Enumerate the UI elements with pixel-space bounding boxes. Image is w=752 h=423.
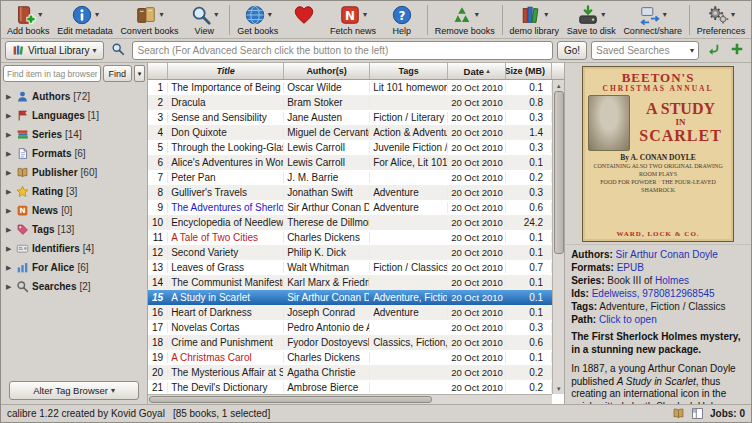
sidebar-item-formats[interactable]: ▶Formats[6]: [1, 144, 147, 163]
column-header-tags[interactable]: Tags: [370, 63, 448, 79]
table-row[interactable]: 11A Tale of Two CitiesCharles Dickens20 …: [148, 230, 552, 245]
metadata-field-value[interactable]: Sir Arthur Conan Doyle: [616, 249, 718, 260]
table-row[interactable]: 7Peter PanJ. M. Barrie20 Oct 20100.2: [148, 170, 552, 185]
table-row[interactable]: 14The Communist ManifestoKarl Marx & Fri…: [148, 275, 552, 290]
scrollbar-thumb[interactable]: [554, 91, 564, 254]
metadata-field-value[interactable]: Edelweiss, 9780812968545: [592, 288, 715, 299]
sidebar-item-publisher[interactable]: ▶Publisher[60]: [1, 163, 147, 182]
chevron-right-icon[interactable]: ▶: [6, 131, 16, 139]
horizontal-scrollbar[interactable]: [148, 394, 552, 404]
find-options-button[interactable]: ▾: [134, 65, 145, 82]
toolbar-preferences-button[interactable]: ▾Preferences: [693, 2, 749, 38]
toolbar-convert-books-button[interactable]: ▾Convert books: [117, 2, 183, 38]
scroll-up-icon[interactable]: ▲: [556, 80, 562, 91]
sidebar-item-for-alice[interactable]: ▶For Alice[6]: [1, 258, 147, 277]
toolbar-donate-button[interactable]: [282, 2, 326, 38]
sidebar-item-tags[interactable]: ▶Tags[13]: [1, 220, 147, 239]
advanced-search-button[interactable]: [108, 41, 128, 60]
table-row[interactable]: 17Novelas CortasPedro Antonio de Alarcón…: [148, 320, 552, 335]
sidebar-item-label: Searches: [32, 281, 76, 292]
table-row[interactable]: 3Sense and SensibilityJane AustenFiction…: [148, 110, 552, 125]
chevron-right-icon[interactable]: ▶: [6, 169, 16, 177]
dropdown-arrow-icon[interactable]: ▾: [363, 10, 367, 19]
table-row[interactable]: 10Encyclopedia of NeedleworkTherese de D…: [148, 215, 552, 230]
metadata-field-value[interactable]: EPUB: [617, 262, 644, 273]
column-header-size[interactable]: Size (MB): [506, 63, 552, 79]
column-header-rownum[interactable]: [148, 63, 168, 79]
jobs-indicator[interactable]: Jobs: 0: [710, 408, 745, 419]
toolbar-fetch-news-button[interactable]: N▾Fetch news: [326, 2, 380, 38]
toolbar-get-books-button[interactable]: ▾Get books: [233, 2, 282, 38]
dropdown-arrow-icon[interactable]: ▾: [475, 10, 479, 19]
chevron-right-icon[interactable]: ▶: [6, 264, 16, 272]
column-header-title[interactable]: Title: [168, 63, 284, 79]
table-row[interactable]: 9The Adventures of Sherlock ...Sir Arthu…: [148, 200, 552, 215]
table-row[interactable]: 20The Mysterious Affair at StylesAgatha …: [148, 365, 552, 380]
find-button[interactable]: Find: [103, 65, 133, 82]
table-row[interactable]: 6Alice's Adventures in Wonder...Lewis Ca…: [148, 155, 552, 170]
copy-search-to-saved-button[interactable]: [703, 41, 723, 60]
book-cover[interactable]: BEETON'S CHRISTMAS ANNUAL A STUDY IN SCA…: [582, 66, 734, 242]
book-details-toggle-icon[interactable]: [672, 407, 685, 420]
chevron-right-icon[interactable]: ▶: [6, 245, 16, 253]
sidebar-item-rating[interactable]: ▶Rating[3]: [1, 182, 147, 201]
sidebar-item-series[interactable]: ▶Series[14]: [1, 125, 147, 144]
table-row[interactable]: 1The Importance of Being Ear...Oscar Wil…: [148, 80, 552, 95]
chevron-right-icon[interactable]: ▶: [6, 226, 16, 234]
table-row[interactable]: 12Second VarietyPhilip K. Dick20 Oct 201…: [148, 245, 552, 260]
table-row[interactable]: 13Leaves of GrassWalt WhitmanFiction / C…: [148, 260, 552, 275]
dropdown-arrow-icon[interactable]: ▾: [159, 10, 163, 19]
alter-tag-browser-button[interactable]: Alter Tag Browser ▾: [9, 381, 139, 400]
scroll-down-icon[interactable]: ▼: [556, 383, 562, 394]
vertical-scrollbar[interactable]: ▲ ▼: [552, 80, 564, 394]
sidebar-item-news[interactable]: ▶NNews[0]: [1, 201, 147, 220]
chevron-right-icon[interactable]: ▶: [6, 112, 16, 120]
dropdown-arrow-icon[interactable]: ▾: [214, 10, 218, 19]
sidebar-item-identifiers[interactable]: ▶Identifiers[4]: [1, 239, 147, 258]
saved-searches-combo[interactable]: Saved Searches ▾: [591, 41, 699, 60]
table-row[interactable]: 16Heart of DarknessJoseph ConradAdventur…: [148, 305, 552, 320]
table-row[interactable]: 19A Christmas CarolCharles Dickens20 Oct…: [148, 350, 552, 365]
dropdown-arrow-icon[interactable]: ▾: [95, 10, 99, 19]
table-row[interactable]: 21The Devil's DictionaryAmbrose Bierce20…: [148, 380, 552, 394]
table-row[interactable]: 15A Study in ScarletSir Arthur Conan Doy…: [148, 290, 552, 305]
dropdown-arrow-icon[interactable]: ▾: [663, 10, 667, 19]
toolbar-help-button[interactable]: ?Help: [380, 2, 424, 38]
save-search-button[interactable]: [727, 41, 747, 60]
dropdown-arrow-icon[interactable]: ▾: [38, 10, 42, 19]
chevron-right-icon[interactable]: ▶: [6, 283, 16, 291]
chevron-right-icon[interactable]: ▶: [6, 188, 16, 196]
metadata-field-value[interactable]: Holmes: [655, 275, 689, 286]
column-header-authors[interactable]: Author(s): [284, 63, 370, 79]
column-header-date[interactable]: Date▴: [448, 63, 506, 79]
sidebar-item-authors[interactable]: ▶Authors[72]: [1, 87, 147, 106]
layout-toggle-icon[interactable]: [691, 407, 704, 420]
table-row[interactable]: 4Don QuixoteMiguel de Cervantes Saa...Ac…: [148, 125, 552, 140]
chevron-right-icon[interactable]: ▶: [6, 93, 16, 101]
go-button[interactable]: Go!: [557, 41, 587, 60]
table-row[interactable]: 5Through the Looking-GlassLewis CarrollJ…: [148, 140, 552, 155]
scrollbar-thumb[interactable]: [149, 396, 432, 403]
dropdown-arrow-icon[interactable]: ▾: [268, 10, 272, 19]
sidebar-item-languages[interactable]: ▶Languages[1]: [1, 106, 147, 125]
toolbar-remove-books-button[interactable]: ▾Remove books: [431, 2, 499, 38]
toolbar-library-button[interactable]: ▾demo library: [506, 2, 563, 38]
dropdown-arrow-icon[interactable]: ▾: [601, 10, 605, 19]
toolbar-edit-metadata-button[interactable]: ▾Edit metadata: [53, 2, 116, 38]
toolbar-view-button[interactable]: ▾View: [182, 2, 226, 38]
tag-browser-find-input[interactable]: [3, 65, 101, 82]
chevron-right-icon[interactable]: ▶: [6, 150, 16, 158]
sidebar-item-searches[interactable]: ▶Searches[2]: [1, 277, 147, 296]
virtual-library-button[interactable]: Virtual Library ▾: [5, 41, 104, 60]
chevron-right-icon[interactable]: ▶: [6, 207, 16, 215]
table-row[interactable]: 2DraculaBram Stoker20 Oct 20100.8: [148, 95, 552, 110]
toolbar-connect-share-button[interactable]: ▾Connect/share: [620, 2, 686, 38]
toolbar-save-to-disk-button[interactable]: ▾Save to disk: [563, 2, 620, 38]
table-row[interactable]: 8Gulliver's TravelsJonathan SwiftAdventu…: [148, 185, 552, 200]
dropdown-arrow-icon[interactable]: ▾: [731, 10, 735, 19]
dropdown-arrow-icon[interactable]: ▾: [544, 10, 548, 19]
search-input[interactable]: [132, 41, 553, 60]
metadata-field-value[interactable]: Click to open: [599, 314, 657, 325]
toolbar-add-books-button[interactable]: ▾Add books: [3, 2, 53, 38]
table-row[interactable]: 18Crime and PunishmentFyodor Dostoyevsky…: [148, 335, 552, 350]
